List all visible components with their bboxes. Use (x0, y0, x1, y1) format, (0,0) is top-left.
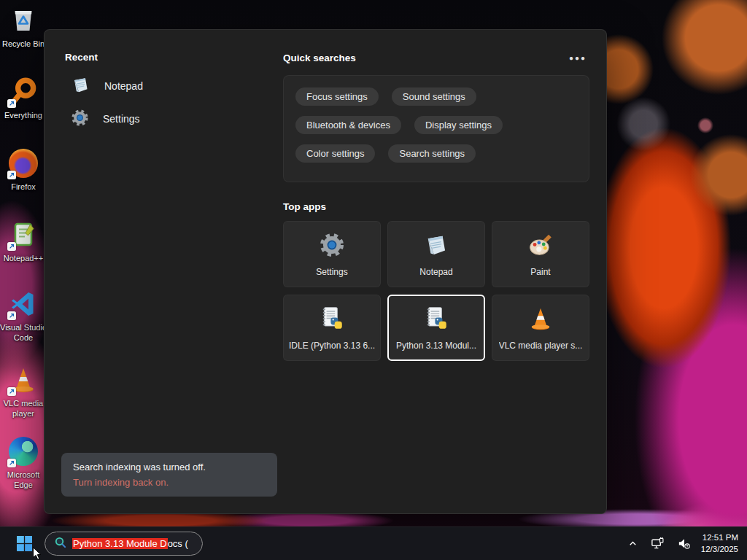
desktop-icon-vscode[interactable]: Visual Studio Code (0, 288, 47, 343)
desktop-icon-label: Visual Studio Code (0, 322, 47, 343)
python-document-icon (423, 306, 449, 335)
desktop-icon-firefox[interactable]: Firefox (0, 147, 47, 192)
recent-item-label: Notepad (104, 80, 143, 92)
tray-chevron-up-icon[interactable] (625, 536, 640, 551)
recycle-bin-icon (7, 4, 39, 36)
volume-muted-icon[interactable] (675, 534, 693, 553)
settings-gear-icon (319, 232, 345, 261)
top-app-label: Python 3.13 Modul... (396, 341, 476, 351)
clock-time: 12:51 PM (701, 532, 738, 544)
network-icon[interactable] (649, 534, 667, 553)
desktop-icon-label: VLC media player (4, 398, 43, 419)
vlc-icon (7, 364, 39, 396)
quick-search-pill-search[interactable]: Search settings (388, 144, 476, 163)
quick-searches-card: Focus settings Sound settings Bluetooth … (283, 75, 589, 182)
desktop-icon-label: Everything (4, 110, 42, 120)
notepad-plus-plus-icon (7, 219, 39, 251)
recent-item-label: Settings (103, 113, 140, 125)
top-apps-title: Top apps (283, 201, 589, 212)
top-app-label: Settings (316, 267, 347, 277)
search-flyout-panel: Recent Notepad (44, 29, 607, 514)
recent-section: Recent Notepad (65, 52, 273, 132)
desktop-icon-label: Firefox (11, 182, 36, 192)
indexing-notice: Search indexing was turned off. Turn ind… (61, 453, 277, 497)
quick-search-pill-color[interactable]: Color settings (295, 144, 375, 163)
quick-search-pill-bluetooth[interactable]: Bluetooth & devices (295, 116, 401, 134)
more-options-icon[interactable]: ●●● (566, 52, 589, 63)
shortcut-arrow-icon (7, 242, 16, 251)
vscode-icon (7, 288, 39, 320)
top-app-tile-paint[interactable]: Paint (492, 221, 589, 287)
turn-indexing-on-link[interactable]: Turn indexing back on. (73, 477, 266, 488)
recent-item-notepad[interactable]: Notepad (65, 73, 273, 99)
taskbar: Python 3.13 Module Docs ( (0, 526, 747, 560)
top-app-label: Notepad (419, 267, 452, 277)
screen: Recycle Bin Everything Firefox (0, 0, 747, 560)
desktop-icon-everything[interactable]: Everything (0, 76, 47, 120)
recent-item-settings[interactable]: Settings (65, 106, 273, 132)
desktop-icon-vlc[interactable]: VLC media player (0, 364, 47, 419)
desktop-icon-label: Recycle Bin (2, 39, 44, 49)
windows-logo-icon (17, 536, 32, 551)
desktop-icon-label: Notepad++ (4, 253, 43, 263)
search-results-column: Quick searches ●●● Focus settings Sound … (283, 52, 589, 361)
recent-title: Recent (65, 52, 273, 63)
taskbar-search-box[interactable]: Python 3.13 Module Docs ( (44, 532, 203, 556)
desktop-icon-label: Microsoft Edge (7, 470, 40, 491)
quick-search-pill-display[interactable]: Display settings (414, 116, 503, 134)
vlc-cone-icon (527, 306, 554, 335)
notepad-icon (71, 75, 90, 98)
shortcut-arrow-icon (7, 387, 16, 396)
notepad-icon (423, 232, 449, 261)
top-app-tile-python-module-docs[interactable]: Python 3.13 Modul... (387, 295, 485, 361)
top-app-tile-vlc-skinned[interactable]: VLC media player s... (492, 295, 589, 361)
desktop-icon-recycle-bin[interactable]: Recycle Bin (0, 4, 47, 49)
paint-palette-icon (527, 232, 554, 261)
top-app-tile-idle-python[interactable]: IDLE (Python 3.13 6... (283, 295, 381, 361)
python-document-icon (319, 306, 345, 335)
shortcut-arrow-icon (7, 459, 16, 467)
shortcut-arrow-icon (7, 99, 16, 108)
top-apps-grid: Settings Notepad (283, 221, 589, 361)
desktop-icon-edge[interactable]: Microsoft Edge (0, 435, 47, 491)
system-tray: 12:51 PM 12/3/2025 (625, 532, 747, 555)
top-app-tile-notepad[interactable]: Notepad (387, 221, 485, 287)
taskbar-clock[interactable]: 12:51 PM 12/3/2025 (701, 532, 738, 555)
firefox-icon (7, 147, 39, 179)
clock-date: 12/3/2025 (701, 544, 738, 556)
search-input-text: Python 3.13 Module Docs ( (72, 538, 188, 549)
top-app-label: IDLE (Python 3.13 6... (289, 341, 375, 351)
search-text-selected: Python 3.13 Module D (72, 538, 168, 549)
indexing-notice-message: Search indexing was turned off. (73, 462, 266, 472)
top-app-label: VLC media player s... (499, 341, 583, 351)
quick-search-pill-focus[interactable]: Focus settings (295, 88, 379, 106)
desktop-icon-notepad-plus-plus[interactable]: Notepad++ (0, 219, 47, 263)
quick-search-pill-sound[interactable]: Sound settings (392, 88, 476, 106)
shortcut-arrow-icon (7, 311, 16, 320)
settings-gear-icon (71, 109, 89, 130)
everything-icon (7, 76, 39, 108)
shortcut-arrow-icon (7, 171, 16, 179)
top-app-label: Paint (530, 267, 550, 277)
search-text-rest: ocs ( (168, 538, 188, 549)
start-button[interactable] (12, 532, 36, 556)
quick-searches-title: Quick searches (283, 52, 356, 63)
top-app-tile-settings[interactable]: Settings (283, 221, 381, 287)
edge-icon (7, 435, 39, 467)
search-icon (54, 536, 66, 551)
